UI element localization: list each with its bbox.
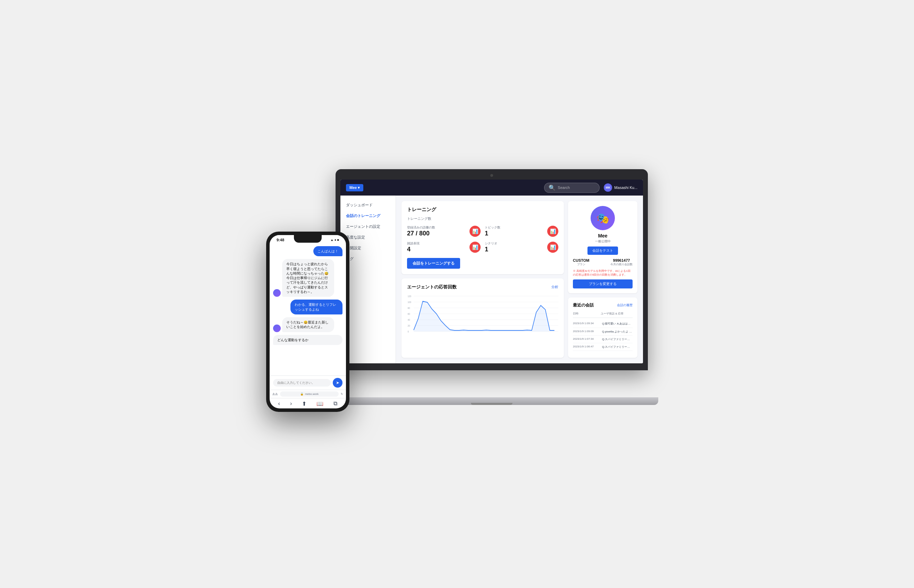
agent-avatar: 🎭 [591,206,615,230]
stat-topic: トピック数 1 📊 [485,225,558,237]
nav-user: MK Masashi Ku... [604,183,637,192]
tabs-icon[interactable]: ⧉ [334,401,337,407]
stat-scenario-label: シナリオ [485,241,497,246]
laptop-camera [490,174,493,177]
share-icon[interactable]: ⬆ [302,401,306,407]
plan-info: CUSTOM プラン 99961477 今月の残り会話数 [573,258,633,266]
training-subtitle: トレーニング数 [407,216,558,221]
main-center: トレーニング トレーニング数 登録済みの語彙の数 27 / 800 📊 [402,201,564,358]
train-button[interactable]: 会話をトレーニングする [407,258,460,269]
stat-chat: 雑談表現 4 📊 [407,241,481,253]
nav-search[interactable]: 🔍 Search [544,183,600,193]
svg-text:80: 80 [408,307,410,309]
convo-row-4[interactable]: 2023/1/9 1:06:47 Q.スパイファミリーおもしろいよね... [573,343,633,351]
convo-row-3[interactable]: 2023/1/9 1:07:34 Q.スパイファミリーおもしろいよね A.うーん… [573,336,633,343]
stat-topic-icon: 📊 [547,226,558,237]
nav-username: Masashi Ku... [614,186,637,190]
search-icon: 🔍 [549,184,556,191]
svg-text:40: 40 [408,318,410,321]
refresh-icon[interactable]: ↻ [341,393,343,396]
chat-area[interactable]: こんばんは！ 今日はちょっと疲れたから早く寝ようと思ってたらこんな時間になっちゃ… [270,243,346,375]
stat-scenario: シナリオ 1 📊 [485,241,558,253]
chat-msg-2-wrap: 今日はちょっと疲れたから早く寝ようと思ってたらこんな時間になっちゃった😅今日は仕… [273,259,342,297]
chat-msg-2: 今日はちょっと疲れたから早く寝ようと思ってたらこんな時間になっちゃった😅今日は仕… [282,259,334,297]
plan-sublabel: プラン [573,262,589,266]
conversations-value: 99961477 [610,258,633,262]
agent-name: Mee [573,233,633,239]
svg-text:100: 100 [408,301,411,304]
plan-warning: ※ 高精度AIモデルを利用中です。AIによる1回の応答は通常の5回分の回数を消費… [573,269,633,277]
phone-chat-input[interactable] [273,379,331,386]
laptop: Mee ▾ 🔍 Search MK Masashi Ku... ダッシュボード [335,169,648,405]
phone-inner: 9:48 ▲ ● ■ こんばんは！ 今日はちょっと疲れたから早く寝ようと思ってた… [270,235,346,409]
chat-msg-4: そうだね～😄最近また新しいことを始めたんだよ。 [282,317,334,332]
stat-vocab-label: 登録済みの語彙の数 [407,225,435,230]
chat-msg-1: こんばんは！ [313,246,342,256]
chart-area: 120 100 80 60 40 20 0 [407,294,558,339]
nav-avatar-icon: MK [604,183,612,192]
svg-text:60: 60 [408,313,410,315]
phone-browser-label: ああ [272,392,278,396]
phone-browser-bar: ああ 🔒 mebo.work ↻ [270,390,346,398]
right-panel: 🎭 Mee 一般公開中 会話をテスト CUSTOM プラン [568,201,637,358]
conversations-history-link[interactable]: 会話の履歴 [617,303,633,307]
bookmarks-icon[interactable]: 📖 [316,401,323,407]
convo-row-2[interactable]: 2023/1/9 1:09:09 Q.pixel6a.よかったよ A.そうだね。 [573,328,633,336]
phone-status-icons: ▲ ● ■ [331,238,339,242]
laptop-body: Mee ▾ 🔍 Search MK Masashi Ku... ダッシュボード [335,169,648,370]
chat-msg-4-wrap: そうだね～😄最近また新しいことを始めたんだよ。 [273,317,342,332]
main-area: トレーニング トレーニング数 登録済みの語彙の数 27 / 800 📊 [396,195,643,363]
chart-title: エージェントの応答回数 [407,284,457,290]
col-date: 日時 [573,312,601,315]
chat-msg-3: わかる、運動するとリフレッシュするよね [290,300,342,315]
conversations-header: 最近の会話 会話の履歴 [573,302,633,308]
stat-vocab-icon: 📊 [470,226,481,237]
change-plan-button[interactable]: プランを変更する [573,279,633,288]
phone-time: 9:48 [277,238,284,242]
laptop-base [325,397,658,405]
conversations-sublabel: 今月の残り会話数 [610,262,633,266]
sidebar-item-agent-settings[interactable]: エージェントの設定 [340,221,395,232]
sidebar-item-dashboard[interactable]: ダッシュボード [340,200,395,210]
svg-text:120: 120 [408,295,411,297]
chat-msg-5: どんな運動をするか [273,335,342,345]
chart-analysis-link[interactable]: 分析 [551,284,558,289]
convo-row-1[interactable]: 2023/1/9 1:09:34 Q.猫可愛い A.あははは😊猫好きにはたまらな… [573,320,633,328]
test-chat-button[interactable]: 会話をテスト [587,247,618,255]
lock-icon: 🔒 [300,393,304,396]
nav-brand[interactable]: Mee ▾ [346,184,363,191]
svg-marker-14 [413,301,554,331]
sidebar-item-training[interactable]: 会話のトレーニング [340,210,395,221]
training-card: トレーニング トレーニング数 登録済みの語彙の数 27 / 800 📊 [402,201,564,274]
agent-mini-avatar [273,289,281,297]
laptop-nav: Mee ▾ 🔍 Search MK Masashi Ku... [340,179,643,195]
plan-label: CUSTOM [573,258,589,262]
stat-chat-icon: 📊 [470,242,481,253]
conversations-title: 最近の会話 [573,302,594,308]
forward-icon[interactable]: › [290,401,292,407]
phone-send-button[interactable]: ➤ [333,378,342,388]
phone-notch [294,235,322,243]
phone: 9:48 ▲ ● ■ こんばんは！ 今日はちょっと疲れたから早く寝ようと思ってた… [266,232,349,412]
laptop-content: ダッシュボード 会話のトレーニング エージェントの設定 高度な設定 公開設定 ロ… [340,195,643,363]
stat-chat-value: 4 [407,246,420,253]
search-text: Search [557,186,570,190]
stat-topic-value: 1 [485,230,501,237]
stat-chat-label: 雑談表現 [407,241,420,246]
conversations-card: 最近の会話 会話の履歴 日時 ユーザ発話 & 応答 2023/1/9 1:09:… [568,297,637,358]
stat-vocab-value: 27 / 800 [407,230,435,237]
stats-grid: 登録済みの語彙の数 27 / 800 📊 トピック数 1 [407,225,558,253]
agent-status: 一般公開中 [573,239,633,244]
scene: Mee ▾ 🔍 Search MK Masashi Ku... ダッシュボード [266,169,648,419]
svg-text:20: 20 [408,325,410,327]
phone-url-bar[interactable]: 🔒 mebo.work [280,391,339,397]
agent-card: 🎭 Mee 一般公開中 会話をテスト CUSTOM プラン [568,201,637,293]
svg-text:0: 0 [408,330,409,333]
back-icon[interactable]: ‹ [278,401,280,407]
conversations-table-header: 日時 ユーザ発話 & 応答 [573,312,633,318]
chart-header: エージェントの応答回数 分析 [407,284,558,290]
agent-mini-avatar-2 [273,325,281,332]
stat-topic-label: トピック数 [485,225,501,230]
col-text: ユーザ発話 & 応答 [601,312,633,315]
phone-input-area: ➤ [270,375,346,390]
